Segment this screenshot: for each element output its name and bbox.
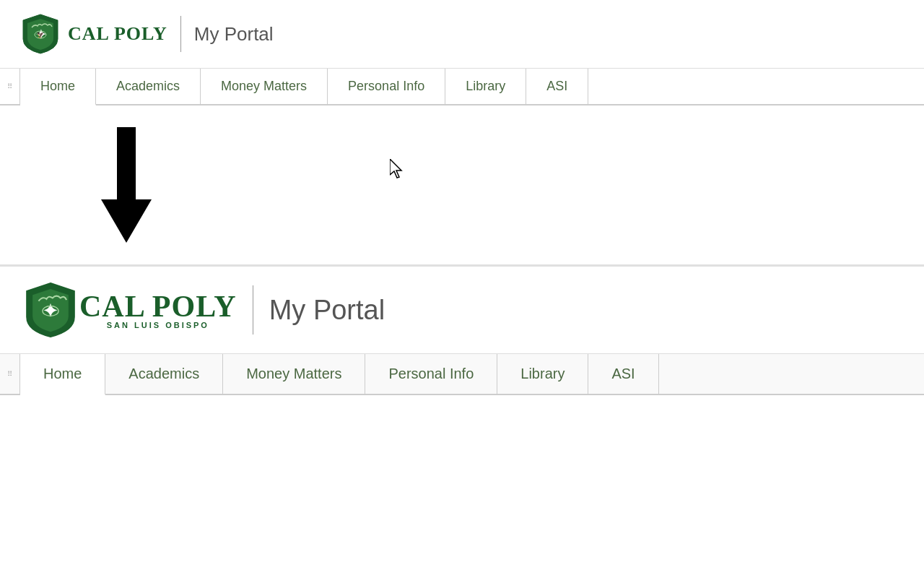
cursor: [390, 159, 407, 182]
cal-poly-shield-icon-small: ✦ 🦅: [22, 13, 59, 55]
nav-item-academics-bottom[interactable]: Academics: [105, 354, 223, 394]
nav-item-library-top[interactable]: Library: [445, 69, 526, 104]
down-arrow-icon: [101, 127, 152, 243]
cal-poly-text-wrap-large: CAL POLY SAN LUIS OBISPO: [79, 291, 237, 329]
page-wrapper: ✦ 🦅 CAL POLY My Portal ⠿ Home Academics: [0, 0, 924, 578]
logo-large: ✦ CAL POLY SAN LUIS OBISPO: [22, 281, 237, 339]
nav-item-home-bottom[interactable]: Home: [20, 354, 105, 395]
svg-text:✦: ✦: [43, 301, 58, 321]
nav-bar-bottom: ⠿ Home Academics Money Matters Personal …: [0, 354, 924, 395]
nav-item-asi-top[interactable]: ASI: [526, 69, 588, 104]
nav-item-academics-top[interactable]: Academics: [96, 69, 201, 104]
svg-text:🦅: 🦅: [37, 31, 44, 38]
arrow-section: [0, 105, 924, 264]
slo-label: SAN LUIS OBISPO: [79, 322, 237, 329]
header-divider-small: [180, 16, 181, 52]
cal-poly-shield-icon-large: ✦: [22, 281, 79, 339]
my-portal-label-large: My Portal: [269, 295, 385, 326]
top-section: ✦ 🦅 CAL POLY My Portal ⠿ Home Academics: [0, 0, 924, 105]
header-bottom: ✦ CAL POLY SAN LUIS OBISPO My Portal: [0, 267, 924, 354]
nav-dots-top: ⠿: [0, 69, 20, 104]
nav-dots-bottom: ⠿: [0, 354, 20, 394]
nav-bar-top: ⠿ Home Academics Money Matters Personal …: [0, 69, 924, 105]
my-portal-label-small: My Portal: [194, 23, 274, 46]
nav-item-library-bottom[interactable]: Library: [497, 354, 588, 394]
nav-item-money-matters-top[interactable]: Money Matters: [201, 69, 328, 104]
dots-icon-top: ⠿: [7, 82, 12, 90]
mouse-cursor-icon: [390, 159, 407, 179]
cal-poly-label-large: CAL POLY: [79, 291, 237, 322]
cal-poly-label-small: CAL POLY: [68, 23, 167, 45]
nav-item-asi-bottom[interactable]: ASI: [588, 354, 658, 394]
nav-item-money-matters-bottom[interactable]: Money Matters: [223, 354, 365, 394]
header-top: ✦ 🦅 CAL POLY My Portal: [0, 0, 924, 69]
svg-marker-5: [390, 159, 401, 178]
header-divider-large: [253, 285, 253, 335]
logo-small: ✦ 🦅 CAL POLY: [22, 13, 167, 55]
nav-item-home-top[interactable]: Home: [20, 69, 96, 105]
svg-marker-4: [101, 199, 152, 243]
svg-rect-3: [117, 127, 136, 199]
dots-icon-bottom: ⠿: [7, 370, 12, 378]
nav-item-personal-info-top[interactable]: Personal Info: [328, 69, 445, 104]
nav-item-personal-info-bottom[interactable]: Personal Info: [365, 354, 497, 394]
bottom-section: ✦ CAL POLY SAN LUIS OBISPO My Portal ⠿ H…: [0, 264, 924, 395]
